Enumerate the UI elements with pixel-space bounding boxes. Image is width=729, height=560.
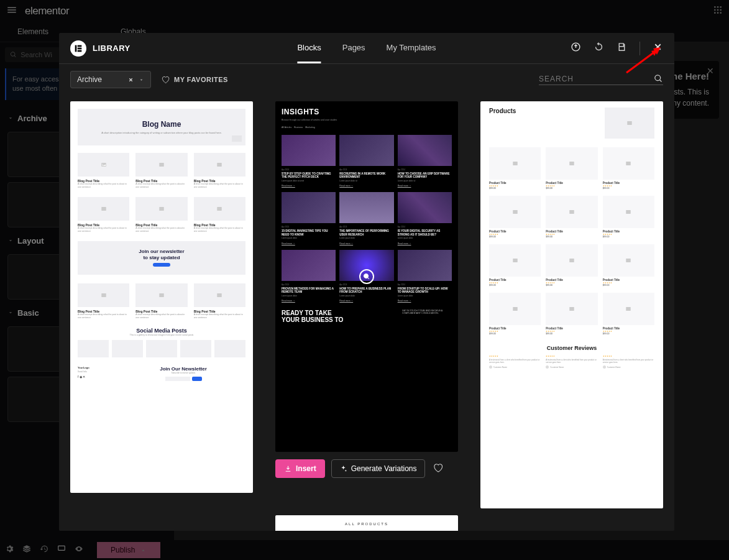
- search-icon: [654, 74, 663, 83]
- favorite-icon[interactable]: [433, 462, 443, 475]
- clear-icon: [128, 77, 134, 83]
- svg-rect-11: [75, 45, 77, 52]
- category-dropdown[interactable]: Archive: [70, 71, 151, 88]
- svg-rect-21: [159, 207, 164, 211]
- chevron-down-icon: [139, 77, 144, 83]
- template-card-blog[interactable]: Blog NameA short description introducing…: [70, 101, 253, 531]
- tab-my-templates[interactable]: My Templates: [387, 33, 436, 63]
- sync-icon[interactable]: [594, 42, 604, 55]
- svg-rect-20: [101, 207, 106, 211]
- library-tabs: Blocks Pages My Templates: [297, 33, 436, 63]
- template-preview: INSIGHTS Browse through our collection o…: [275, 101, 458, 452]
- tab-blocks[interactable]: Blocks: [297, 33, 321, 63]
- svg-point-17: [102, 164, 103, 165]
- insert-button[interactable]: Insert: [275, 459, 325, 478]
- close-icon[interactable]: [653, 42, 663, 55]
- modal-header: LIBRARY Blocks Pages My Templates: [59, 33, 674, 64]
- template-actions: Insert Generate Variations: [275, 459, 458, 478]
- svg-rect-31: [569, 210, 574, 214]
- template-preview-allproducts[interactable]: ALL PRODUCTS: [275, 515, 458, 531]
- svg-rect-23: [101, 293, 106, 297]
- svg-rect-26: [627, 121, 632, 125]
- svg-rect-38: [626, 307, 631, 311]
- template-list[interactable]: Blog NameA short description introducing…: [59, 95, 674, 531]
- svg-rect-18: [159, 163, 164, 167]
- template-preview: Blog NameA short description introducing…: [70, 101, 253, 493]
- svg-rect-27: [513, 162, 518, 165]
- svg-rect-14: [78, 50, 82, 52]
- generate-variations-button[interactable]: Generate Variations: [331, 459, 425, 478]
- svg-rect-29: [626, 162, 631, 165]
- elementor-logo-icon: [70, 40, 86, 57]
- svg-rect-19: [218, 163, 222, 167]
- svg-rect-13: [78, 47, 82, 49]
- svg-rect-33: [513, 259, 518, 262]
- svg-rect-34: [569, 259, 574, 262]
- upload-icon[interactable]: [571, 42, 581, 55]
- svg-rect-36: [513, 307, 518, 311]
- library-search-input[interactable]: [539, 75, 654, 83]
- tab-pages[interactable]: Pages: [342, 33, 365, 63]
- svg-rect-24: [159, 293, 164, 297]
- template-card-insights[interactable]: INSIGHTS Browse through our collection o…: [275, 101, 458, 531]
- svg-rect-12: [78, 45, 82, 47]
- svg-rect-25: [218, 293, 222, 297]
- svg-rect-22: [218, 207, 222, 211]
- template-preview: Products Product Title★★★★★$99.00 Produc…: [480, 101, 663, 508]
- svg-rect-32: [626, 210, 631, 214]
- svg-rect-28: [569, 162, 574, 165]
- svg-rect-37: [569, 307, 574, 311]
- my-favorites-button[interactable]: MY FAVORITES: [161, 75, 228, 84]
- library-search[interactable]: [539, 74, 663, 85]
- modal-toolbar: Archive MY FAVORITES: [59, 64, 674, 95]
- zoom-icon[interactable]: [359, 269, 374, 284]
- template-card-products[interactable]: Products Product Title★★★★★$99.00 Produc…: [480, 101, 663, 531]
- save-icon[interactable]: [617, 42, 627, 55]
- library-title: LIBRARY: [93, 44, 131, 53]
- library-modal: LIBRARY Blocks Pages My Templates Archiv…: [59, 33, 674, 531]
- svg-rect-30: [513, 210, 518, 214]
- svg-rect-35: [626, 259, 631, 262]
